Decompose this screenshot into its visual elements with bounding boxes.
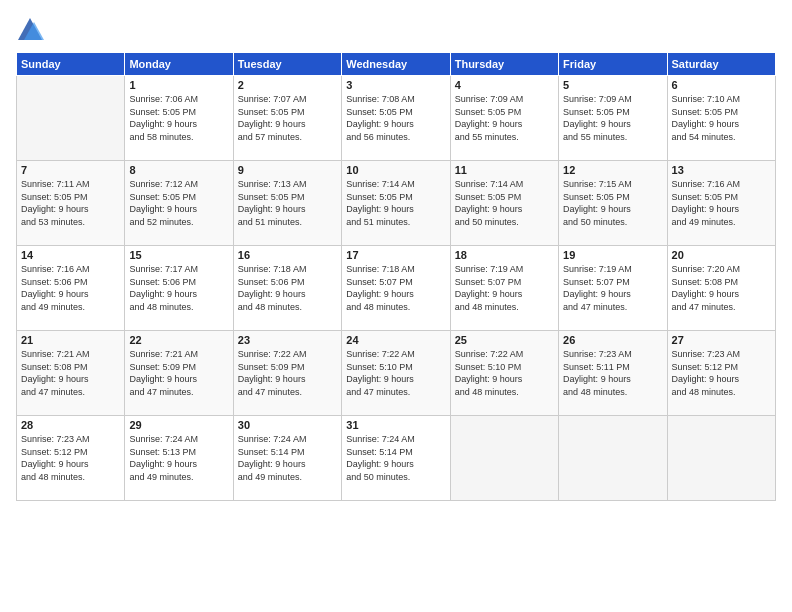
day-number: 18 bbox=[455, 249, 554, 261]
day-info: Sunrise: 7:15 AM Sunset: 5:05 PM Dayligh… bbox=[563, 178, 662, 228]
day-info: Sunrise: 7:19 AM Sunset: 5:07 PM Dayligh… bbox=[455, 263, 554, 313]
calendar-cell: 12Sunrise: 7:15 AM Sunset: 5:05 PM Dayli… bbox=[559, 161, 667, 246]
day-number: 23 bbox=[238, 334, 337, 346]
calendar-cell: 4Sunrise: 7:09 AM Sunset: 5:05 PM Daylig… bbox=[450, 76, 558, 161]
calendar-cell: 23Sunrise: 7:22 AM Sunset: 5:09 PM Dayli… bbox=[233, 331, 341, 416]
header bbox=[16, 16, 776, 44]
day-info: Sunrise: 7:18 AM Sunset: 5:07 PM Dayligh… bbox=[346, 263, 445, 313]
day-number: 17 bbox=[346, 249, 445, 261]
calendar-cell bbox=[450, 416, 558, 501]
calendar-cell: 1Sunrise: 7:06 AM Sunset: 5:05 PM Daylig… bbox=[125, 76, 233, 161]
day-number: 14 bbox=[21, 249, 120, 261]
weekday-header-tuesday: Tuesday bbox=[233, 53, 341, 76]
day-number: 21 bbox=[21, 334, 120, 346]
day-number: 22 bbox=[129, 334, 228, 346]
day-number: 5 bbox=[563, 79, 662, 91]
calendar-cell: 3Sunrise: 7:08 AM Sunset: 5:05 PM Daylig… bbox=[342, 76, 450, 161]
day-number: 6 bbox=[672, 79, 771, 91]
day-info: Sunrise: 7:14 AM Sunset: 5:05 PM Dayligh… bbox=[346, 178, 445, 228]
calendar-cell: 29Sunrise: 7:24 AM Sunset: 5:13 PM Dayli… bbox=[125, 416, 233, 501]
day-number: 13 bbox=[672, 164, 771, 176]
calendar-cell: 7Sunrise: 7:11 AM Sunset: 5:05 PM Daylig… bbox=[17, 161, 125, 246]
day-info: Sunrise: 7:21 AM Sunset: 5:08 PM Dayligh… bbox=[21, 348, 120, 398]
calendar-cell: 8Sunrise: 7:12 AM Sunset: 5:05 PM Daylig… bbox=[125, 161, 233, 246]
calendar-cell: 25Sunrise: 7:22 AM Sunset: 5:10 PM Dayli… bbox=[450, 331, 558, 416]
day-number: 24 bbox=[346, 334, 445, 346]
calendar-cell: 21Sunrise: 7:21 AM Sunset: 5:08 PM Dayli… bbox=[17, 331, 125, 416]
day-number: 9 bbox=[238, 164, 337, 176]
day-info: Sunrise: 7:10 AM Sunset: 5:05 PM Dayligh… bbox=[672, 93, 771, 143]
calendar-cell: 2Sunrise: 7:07 AM Sunset: 5:05 PM Daylig… bbox=[233, 76, 341, 161]
day-number: 31 bbox=[346, 419, 445, 431]
day-info: Sunrise: 7:24 AM Sunset: 5:13 PM Dayligh… bbox=[129, 433, 228, 483]
logo bbox=[16, 16, 48, 44]
day-info: Sunrise: 7:11 AM Sunset: 5:05 PM Dayligh… bbox=[21, 178, 120, 228]
day-info: Sunrise: 7:07 AM Sunset: 5:05 PM Dayligh… bbox=[238, 93, 337, 143]
day-number: 25 bbox=[455, 334, 554, 346]
weekday-header-wednesday: Wednesday bbox=[342, 53, 450, 76]
page: SundayMondayTuesdayWednesdayThursdayFrid… bbox=[0, 0, 792, 612]
calendar-cell: 24Sunrise: 7:22 AM Sunset: 5:10 PM Dayli… bbox=[342, 331, 450, 416]
calendar-cell: 18Sunrise: 7:19 AM Sunset: 5:07 PM Dayli… bbox=[450, 246, 558, 331]
day-number: 30 bbox=[238, 419, 337, 431]
day-info: Sunrise: 7:24 AM Sunset: 5:14 PM Dayligh… bbox=[346, 433, 445, 483]
day-info: Sunrise: 7:23 AM Sunset: 5:12 PM Dayligh… bbox=[672, 348, 771, 398]
calendar-cell: 19Sunrise: 7:19 AM Sunset: 5:07 PM Dayli… bbox=[559, 246, 667, 331]
day-info: Sunrise: 7:09 AM Sunset: 5:05 PM Dayligh… bbox=[563, 93, 662, 143]
day-info: Sunrise: 7:14 AM Sunset: 5:05 PM Dayligh… bbox=[455, 178, 554, 228]
day-number: 7 bbox=[21, 164, 120, 176]
calendar-cell: 20Sunrise: 7:20 AM Sunset: 5:08 PM Dayli… bbox=[667, 246, 775, 331]
day-number: 20 bbox=[672, 249, 771, 261]
day-info: Sunrise: 7:19 AM Sunset: 5:07 PM Dayligh… bbox=[563, 263, 662, 313]
day-info: Sunrise: 7:22 AM Sunset: 5:09 PM Dayligh… bbox=[238, 348, 337, 398]
day-info: Sunrise: 7:18 AM Sunset: 5:06 PM Dayligh… bbox=[238, 263, 337, 313]
day-number: 29 bbox=[129, 419, 228, 431]
weekday-header-friday: Friday bbox=[559, 53, 667, 76]
day-number: 15 bbox=[129, 249, 228, 261]
weekday-header-thursday: Thursday bbox=[450, 53, 558, 76]
day-number: 27 bbox=[672, 334, 771, 346]
day-number: 3 bbox=[346, 79, 445, 91]
calendar-cell: 26Sunrise: 7:23 AM Sunset: 5:11 PM Dayli… bbox=[559, 331, 667, 416]
calendar-cell: 11Sunrise: 7:14 AM Sunset: 5:05 PM Dayli… bbox=[450, 161, 558, 246]
day-number: 10 bbox=[346, 164, 445, 176]
day-number: 28 bbox=[21, 419, 120, 431]
day-number: 8 bbox=[129, 164, 228, 176]
calendar-cell: 5Sunrise: 7:09 AM Sunset: 5:05 PM Daylig… bbox=[559, 76, 667, 161]
day-info: Sunrise: 7:13 AM Sunset: 5:05 PM Dayligh… bbox=[238, 178, 337, 228]
week-row-2: 7Sunrise: 7:11 AM Sunset: 5:05 PM Daylig… bbox=[17, 161, 776, 246]
calendar-cell: 30Sunrise: 7:24 AM Sunset: 5:14 PM Dayli… bbox=[233, 416, 341, 501]
calendar-cell: 14Sunrise: 7:16 AM Sunset: 5:06 PM Dayli… bbox=[17, 246, 125, 331]
calendar-cell: 10Sunrise: 7:14 AM Sunset: 5:05 PM Dayli… bbox=[342, 161, 450, 246]
week-row-4: 21Sunrise: 7:21 AM Sunset: 5:08 PM Dayli… bbox=[17, 331, 776, 416]
day-info: Sunrise: 7:16 AM Sunset: 5:05 PM Dayligh… bbox=[672, 178, 771, 228]
calendar-table: SundayMondayTuesdayWednesdayThursdayFrid… bbox=[16, 52, 776, 501]
day-info: Sunrise: 7:16 AM Sunset: 5:06 PM Dayligh… bbox=[21, 263, 120, 313]
calendar-cell: 15Sunrise: 7:17 AM Sunset: 5:06 PM Dayli… bbox=[125, 246, 233, 331]
calendar-cell bbox=[17, 76, 125, 161]
logo-icon bbox=[16, 16, 44, 44]
calendar-cell bbox=[559, 416, 667, 501]
calendar-cell: 17Sunrise: 7:18 AM Sunset: 5:07 PM Dayli… bbox=[342, 246, 450, 331]
day-number: 1 bbox=[129, 79, 228, 91]
day-number: 11 bbox=[455, 164, 554, 176]
day-number: 26 bbox=[563, 334, 662, 346]
day-info: Sunrise: 7:09 AM Sunset: 5:05 PM Dayligh… bbox=[455, 93, 554, 143]
day-info: Sunrise: 7:22 AM Sunset: 5:10 PM Dayligh… bbox=[455, 348, 554, 398]
calendar-cell: 22Sunrise: 7:21 AM Sunset: 5:09 PM Dayli… bbox=[125, 331, 233, 416]
day-info: Sunrise: 7:12 AM Sunset: 5:05 PM Dayligh… bbox=[129, 178, 228, 228]
calendar-cell: 28Sunrise: 7:23 AM Sunset: 5:12 PM Dayli… bbox=[17, 416, 125, 501]
weekday-header-monday: Monday bbox=[125, 53, 233, 76]
day-info: Sunrise: 7:23 AM Sunset: 5:11 PM Dayligh… bbox=[563, 348, 662, 398]
day-number: 12 bbox=[563, 164, 662, 176]
day-info: Sunrise: 7:20 AM Sunset: 5:08 PM Dayligh… bbox=[672, 263, 771, 313]
week-row-5: 28Sunrise: 7:23 AM Sunset: 5:12 PM Dayli… bbox=[17, 416, 776, 501]
weekday-header-row: SundayMondayTuesdayWednesdayThursdayFrid… bbox=[17, 53, 776, 76]
calendar-cell: 16Sunrise: 7:18 AM Sunset: 5:06 PM Dayli… bbox=[233, 246, 341, 331]
day-number: 2 bbox=[238, 79, 337, 91]
weekday-header-saturday: Saturday bbox=[667, 53, 775, 76]
calendar-cell bbox=[667, 416, 775, 501]
day-info: Sunrise: 7:22 AM Sunset: 5:10 PM Dayligh… bbox=[346, 348, 445, 398]
week-row-1: 1Sunrise: 7:06 AM Sunset: 5:05 PM Daylig… bbox=[17, 76, 776, 161]
calendar-cell: 13Sunrise: 7:16 AM Sunset: 5:05 PM Dayli… bbox=[667, 161, 775, 246]
